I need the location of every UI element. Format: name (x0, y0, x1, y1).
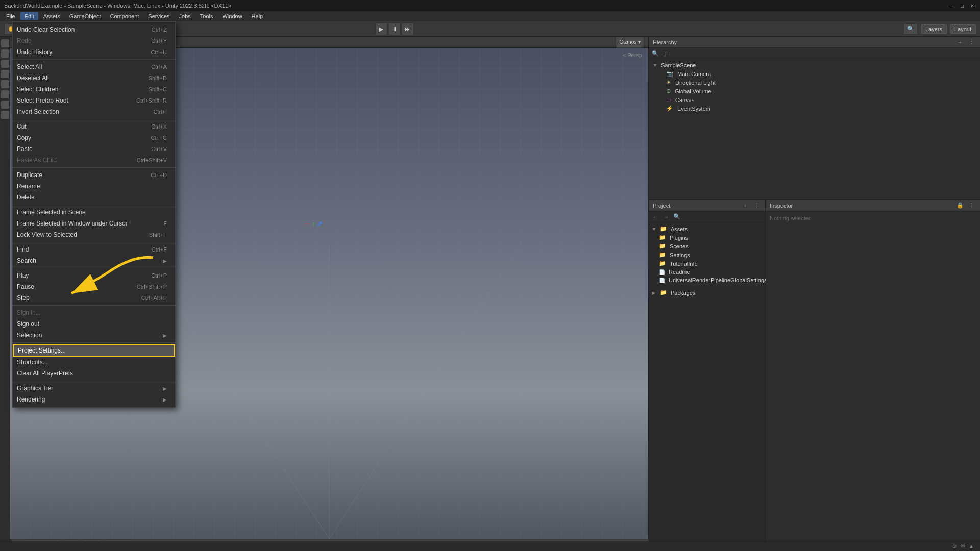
project-item-urpsettings[interactable]: 📄 UniversalRenderPipelineGlobalSettings (649, 276, 765, 284)
menu-paste-as-child: Paste As Child Ctrl+Shift+V (13, 155, 175, 166)
play-controls: ▶ ⏸ ⏭ (375, 23, 414, 35)
menu-frame-in-window[interactable]: Frame Selected in Window under Cursor F (13, 218, 175, 229)
sidebar-icon-5[interactable] (1, 80, 9, 88)
project-panel: Project + ⋮ ← → 🔍 ▼ 📁 Assets 📁 (648, 200, 766, 551)
inspector-header: Inspector 🔒 ⋮ (766, 200, 980, 211)
scene-gizmos-btn[interactable]: Gizmos ▾ (616, 37, 644, 48)
menu-component[interactable]: Component (106, 12, 143, 20)
menu-selection[interactable]: Selection ▶ (13, 330, 175, 341)
hierarchy-panel: Hierarchy + ⋮ 🔍 ≡ ▼ SampleScene 📷 Main C… (648, 37, 980, 200)
hierarchy-content: ▼ SampleScene 📷 Main Camera ☀ Directiona… (649, 59, 980, 115)
hierarchy-item-eventsystem[interactable]: ⚡ EventSystem (649, 104, 980, 113)
menu-rendering[interactable]: Rendering ▶ (13, 394, 175, 405)
menu-select-prefab-root[interactable]: Select Prefab Root Ctrl+Shift+R (13, 95, 175, 106)
layout-dropdown[interactable]: Layout (950, 24, 976, 34)
menu-services[interactable]: Services (144, 12, 174, 20)
sep-3 (13, 167, 175, 168)
menu-select-children[interactable]: Select Children Shift+C (13, 84, 175, 95)
sidebar-icon-4[interactable] (1, 70, 9, 78)
inspector-menu-btn[interactable]: ⋮ (967, 201, 976, 210)
menu-lock-view[interactable]: Lock View to Selected Shift+F (13, 229, 175, 240)
menu-invert-selection[interactable]: Invert Selection Ctrl+I (13, 106, 175, 117)
maximize-button[interactable]: □ (959, 2, 966, 9)
search-button[interactable]: 🔍 (903, 23, 918, 35)
minimize-button[interactable]: ─ (948, 2, 955, 9)
status-icon-3[interactable]: ▲ (969, 543, 974, 549)
hierarchy-add-btn[interactable]: + (955, 38, 965, 47)
menu-tools[interactable]: Tools (196, 12, 217, 20)
menu-search[interactable]: Search ▶ (13, 255, 175, 266)
menu-project-settings[interactable]: Project Settings... (13, 344, 175, 357)
hierarchy-header: Hierarchy + ⋮ (649, 37, 980, 48)
packages-label: Packages (671, 290, 695, 296)
hierarchy-item-scene[interactable]: ▼ SampleScene (649, 61, 980, 69)
menu-frame-in-scene[interactable]: Frame Selected in Scene (13, 207, 175, 218)
status-icon-1[interactable]: ⊙ (952, 543, 957, 549)
hierarchy-toolbar: 🔍 ≡ (649, 48, 980, 59)
project-menu-btn[interactable]: ⋮ (752, 201, 761, 210)
project-item-plugins[interactable]: 📁 Plugins (649, 233, 765, 242)
menu-step[interactable]: Step Ctrl+Alt+P (13, 292, 175, 304)
menu-graphics-tier[interactable]: Graphics Tier ▶ (13, 383, 175, 394)
menu-help[interactable]: Help (248, 12, 267, 20)
project-item-settings[interactable]: 📁 Settings (649, 251, 765, 259)
menu-rename[interactable]: Rename (13, 181, 175, 192)
canvas-icon: ▭ (666, 96, 671, 103)
inspector-lock-btn[interactable]: 🔒 (955, 201, 965, 210)
menu-shortcuts[interactable]: Shortcuts... (13, 357, 175, 368)
sidebar-icon-1[interactable] (1, 39, 9, 47)
project-assets-root[interactable]: ▼ 📁 Assets (649, 224, 765, 233)
menu-delete[interactable]: Delete (13, 192, 175, 203)
hierarchy-item-maincamera[interactable]: 📷 Main Camera (649, 69, 980, 78)
sidebar-icon-7[interactable] (1, 101, 9, 109)
window-title: BackdndWorldExample - SampleScene - Wind… (4, 3, 976, 9)
menu-find[interactable]: Find Ctrl+F (13, 244, 175, 255)
menu-paste[interactable]: Paste Ctrl+V (13, 143, 175, 155)
sidebar-icon-8[interactable] (1, 111, 9, 119)
play-button[interactable]: ▶ (375, 23, 387, 35)
menu-copy[interactable]: Copy Ctrl+C (13, 132, 175, 143)
menu-jobs[interactable]: Jobs (175, 12, 195, 20)
status-icon-2[interactable]: ✉ (961, 543, 965, 549)
project-item-scenes[interactable]: 📁 Scenes (649, 242, 765, 251)
menu-play[interactable]: Play Ctrl+P (13, 270, 175, 281)
project-item-readme[interactable]: 📄 Readme (649, 268, 765, 276)
hierarchy-item-globalvolume[interactable]: ⊙ Global Volume (649, 87, 980, 95)
menu-select-all[interactable]: Select All Ctrl+A (13, 61, 175, 72)
menu-cut[interactable]: Cut Ctrl+X (13, 121, 175, 132)
menu-sign-out[interactable]: Sign out (13, 318, 175, 330)
menu-undo-history[interactable]: Undo History Ctrl+U (13, 46, 175, 58)
hierarchy-filter-btn[interactable]: ≡ (662, 49, 671, 58)
hierarchy-menu-btn[interactable]: ⋮ (967, 38, 976, 47)
menu-undo[interactable]: Undo Clear Selection Ctrl+Z (13, 24, 175, 35)
menu-assets[interactable]: Assets (39, 12, 64, 20)
menu-edit[interactable]: Edit (20, 12, 38, 20)
menu-file[interactable]: File (2, 12, 19, 20)
sidebar-icon-2[interactable] (1, 49, 9, 58)
project-item-tutorialinfo[interactable]: 📁 TutorialInfo (649, 259, 765, 268)
packages-folder-icon: 📁 (660, 289, 667, 296)
hierarchy-item-canvas[interactable]: ▭ Canvas (649, 95, 980, 104)
project-search-btn[interactable]: 🔍 (672, 212, 681, 221)
menu-window[interactable]: Window (218, 12, 246, 20)
project-packages-root[interactable]: ▶ 📁 Packages (649, 288, 765, 297)
menu-deselect-all[interactable]: Deselect All Shift+D (13, 72, 175, 84)
menu-pause[interactable]: Pause Ctrl+Shift+P (13, 281, 175, 292)
pause-button[interactable]: ⏸ (388, 23, 401, 35)
sidebar-icon-3[interactable] (1, 60, 9, 68)
close-button[interactable]: ✕ (969, 2, 976, 9)
toolbar-right: 🔍 Layers Layout (903, 23, 976, 35)
project-back-btn[interactable]: ← (651, 212, 660, 221)
layers-dropdown[interactable]: Layers (921, 24, 947, 34)
step-button[interactable]: ⏭ (402, 23, 414, 35)
project-add-btn[interactable]: + (741, 201, 750, 210)
hierarchy-search-btn[interactable]: 🔍 (651, 49, 660, 58)
project-forward-btn[interactable]: → (662, 212, 671, 221)
assets-root-label: Assets (671, 226, 688, 232)
sidebar-icon-6[interactable] (1, 90, 9, 98)
menu-duplicate[interactable]: Duplicate Ctrl+D (13, 169, 175, 181)
menu-clear-playerprefs[interactable]: Clear All PlayerPrefs (13, 368, 175, 379)
hierarchy-item-dirlight[interactable]: ☀ Directional Light (649, 78, 980, 87)
hierarchy-dirlight-label: Directional Light (675, 80, 716, 86)
menu-gameobject[interactable]: GameObject (65, 12, 105, 20)
